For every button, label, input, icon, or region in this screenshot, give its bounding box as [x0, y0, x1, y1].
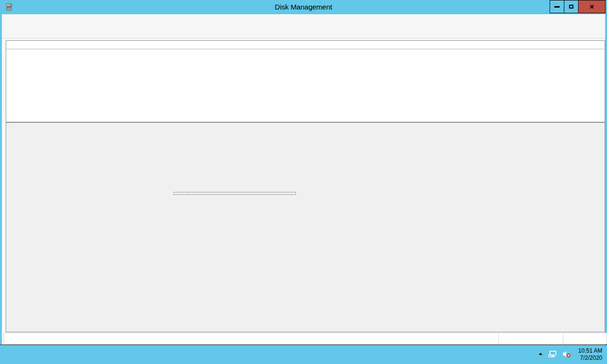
window-title: Disk Management — [0, 0, 607, 14]
console-content — [6, 40, 605, 332]
maximize-button[interactable] — [564, 0, 578, 13]
partition-legend — [9, 321, 9, 330]
network-icon[interactable] — [548, 350, 557, 359]
status-bar — [4, 333, 607, 344]
minimize-icon — [554, 6, 560, 8]
taskbar-clock[interactable]: 10:51 AM 7/2/2020 — [578, 347, 605, 362]
title-bar[interactable]: Disk Management ✕ — [0, 0, 607, 14]
status-bar-divider — [563, 334, 563, 344]
volume-list-pane — [6, 41, 605, 122]
menu-bar — [2, 14, 605, 25]
close-button[interactable]: ✕ — [578, 0, 606, 13]
volume-list-header — [6, 41, 605, 49]
maximize-icon — [569, 5, 573, 9]
close-icon: ✕ — [589, 3, 595, 10]
taskbar: 10:51 AM 7/2/2020 — [0, 345, 607, 364]
graphical-view-pane — [6, 122, 605, 332]
clock-time: 10:51 AM — [578, 347, 602, 355]
disk-management-window: Disk Management ✕ — [0, 0, 607, 345]
clock-date: 7/2/2020 — [578, 355, 602, 362]
volume-muted-icon[interactable] — [562, 350, 571, 359]
status-bar-divider — [498, 334, 499, 344]
hidden-icons-chevron-icon[interactable] — [538, 351, 543, 358]
minimize-button[interactable] — [550, 0, 564, 13]
toolbar — [2, 25, 605, 38]
partition-context-menu — [174, 192, 296, 195]
